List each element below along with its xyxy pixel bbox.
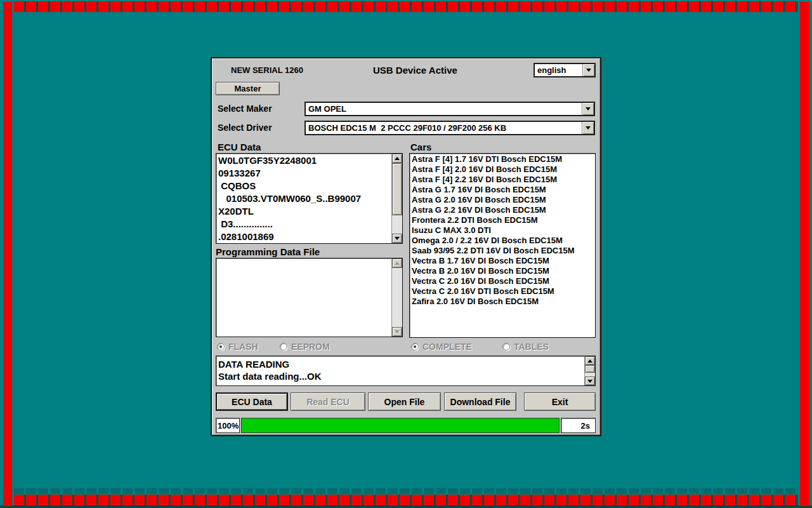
decorative-border-left	[3, 2, 12, 506]
radio-flash-label: FLASH	[228, 342, 258, 352]
ecu-data-label: ECU Data	[218, 142, 261, 152]
scroll-up-button[interactable]	[392, 154, 402, 163]
decorative-bottom-edge	[0, 505, 812, 508]
scroll-down-button[interactable]	[392, 234, 402, 243]
radio-button-icon	[217, 343, 225, 351]
car-list-item[interactable]: Vectra B 2.0 16V DI Bosch EDC15M	[412, 266, 595, 276]
scroll-thumb[interactable]	[392, 163, 402, 215]
car-list-item[interactable]: Saab 93/95 2.2 DTI 16V DI Bosch EDC15M	[412, 246, 595, 256]
radio-eeprom-label: EEPROM	[291, 342, 330, 352]
arrow-down-icon	[587, 380, 593, 383]
decorative-border-top	[14, 1, 798, 12]
progress-time-box: 2s	[561, 418, 596, 433]
car-list-item[interactable]: Omega 2.0 / 2.2 16V DI Bosch EDC15M	[412, 236, 595, 246]
cars-list: Astra F [4] 1.7 16V DTI Bosch EDC15MAstr…	[410, 154, 595, 337]
arrow-up-icon	[587, 359, 593, 363]
download-file-button[interactable]: Download File	[444, 392, 516, 411]
maker-select[interactable]: GM OPEL	[304, 102, 595, 116]
select-driver-label: Select Driver	[218, 123, 272, 133]
car-list-item[interactable]: Astra G 1.7 16V DI Bosch EDC15M	[412, 185, 595, 195]
car-list-item[interactable]: Vectra B 1.7 16V DI Bosch EDC15M	[412, 256, 595, 266]
scroll-down-button[interactable]	[585, 377, 595, 385]
maker-select-dropdown-button[interactable]	[582, 103, 594, 115]
language-select-value: english	[535, 65, 582, 76]
chevron-down-icon	[586, 126, 591, 130]
driver-select-dropdown-button[interactable]	[582, 122, 594, 134]
arrow-up-icon	[395, 157, 400, 160]
programming-file-scrollbar	[391, 258, 402, 337]
car-list-item[interactable]: Vectra C 2.0 16V DTI Bosch EDC15M	[412, 286, 595, 297]
ecu-data-list: W0L0TGF35Y224800109133267 CQBOS 010503.V…	[216, 154, 391, 243]
car-list-item[interactable]: Astra F [4] 2.2 16V DI Bosch EDC15M	[412, 175, 595, 185]
car-list-item[interactable]: Frontera 2.2 DTI Bosch EDC15M	[412, 215, 595, 225]
decorative-border-right	[800, 2, 809, 506]
ecu-data-line[interactable]: CQBOS	[218, 180, 391, 192]
radio-eeprom[interactable]: EEPROM	[280, 342, 330, 351]
scroll-up-button[interactable]	[585, 356, 595, 365]
decorative-border-bottom	[14, 495, 798, 505]
status-log-scrollbar[interactable]	[584, 356, 595, 385]
car-list-item[interactable]: Isuzu C MAX 3.0 DTI	[412, 225, 595, 236]
driver-select[interactable]: BOSCH EDC15 M 2 PCCC 29F010 / 29F200 256…	[304, 121, 595, 135]
ecu-flasher-window: NEW SERIAL 1260 USB Device Active englis…	[211, 57, 601, 436]
language-select[interactable]: english	[534, 63, 596, 77]
arrow-down-icon	[395, 237, 400, 240]
ecu-data-line[interactable]: 09133267	[218, 167, 391, 180]
progress-percent-box: 100%	[216, 418, 240, 433]
chevron-down-icon	[586, 69, 591, 72]
progress-fill	[242, 418, 559, 432]
maker-select-value: GM OPEL	[306, 104, 582, 114]
ecu-data-line[interactable]: 010503.VT0MW060_S..B99007	[218, 192, 391, 205]
desktop-background: NEW SERIAL 1260 USB Device Active englis…	[0, 0, 812, 508]
status-log-line: DATA READING	[217, 358, 584, 370]
ecu-data-line[interactable]: X20DTL	[218, 205, 391, 218]
programming-data-file-listbox[interactable]	[216, 258, 403, 337]
ecu-data-listbox[interactable]: W0L0TGF35Y224800109133267 CQBOS 010503.V…	[216, 153, 403, 244]
open-file-button[interactable]: Open File	[368, 392, 441, 411]
read-ecu-button[interactable]: Read ECU	[291, 392, 365, 411]
arrow-down-icon	[395, 330, 400, 333]
ecu-data-line[interactable]: D3...............	[218, 218, 391, 231]
radio-complete[interactable]: COMPLETE	[411, 342, 472, 351]
driver-select-value: BOSCH EDC15 M 2 PCCC 29F010 / 29F200 256…	[306, 123, 582, 133]
language-select-dropdown-button[interactable]	[582, 64, 594, 76]
scroll-thumb[interactable]	[585, 365, 595, 373]
master-button[interactable]: Master	[216, 82, 280, 95]
progress-bar	[241, 418, 560, 433]
radio-complete-label: COMPLETE	[422, 342, 472, 352]
arrow-up-icon	[395, 262, 400, 265]
ecu-data-scrollbar[interactable]	[391, 154, 402, 243]
cars-label: Cars	[410, 142, 431, 152]
car-list-item[interactable]: Zafira 2.0 16V DI Bosch EDC15M	[412, 297, 595, 307]
radio-button-icon	[280, 343, 287, 351]
car-list-item[interactable]: Astra G 2.0 16V DI Bosch EDC15M	[412, 195, 595, 205]
car-list-item[interactable]: Astra F [4] 1.7 16V DTI Bosch EDC15M	[412, 154, 595, 164]
select-maker-label: Select Maker	[218, 104, 272, 114]
status-log-line: Start data reading...OK	[217, 370, 584, 382]
window-title: USB Device Active	[373, 65, 457, 76]
radio-tables[interactable]: TABLES	[502, 342, 549, 351]
radio-flash[interactable]: FLASH	[217, 342, 258, 351]
programming-data-file-list	[216, 258, 391, 337]
car-list-item[interactable]: Astra F [4] 2.0 16V DI Bosch EDC15M	[412, 164, 595, 175]
radio-button-icon	[411, 343, 419, 351]
radio-tables-label: TABLES	[514, 342, 549, 352]
car-list-item[interactable]: Vectra C 2.0 16V DI Bosch EDC15M	[412, 276, 595, 286]
chevron-down-icon	[586, 107, 591, 110]
ecu-data-button[interactable]: ECU Data	[216, 392, 288, 411]
ecu-data-line[interactable]: W0L0TGF35Y2248001	[218, 154, 391, 167]
programming-data-file-label: Programming Data File	[216, 246, 320, 257]
ecu-data-line[interactable]: .0281001869	[218, 231, 391, 243]
exit-button[interactable]: Exit	[524, 392, 596, 411]
status-log-box[interactable]: DATA READINGStart data reading...OK	[216, 356, 596, 386]
serial-label: NEW SERIAL 1260	[231, 65, 303, 75]
cars-listbox[interactable]: Astra F [4] 1.7 16V DTI Bosch EDC15MAstr…	[409, 153, 596, 338]
radio-button-icon	[502, 343, 510, 351]
decorative-border-bottom-shadow	[14, 488, 798, 494]
car-list-item[interactable]: Astra G 2.2 16V DI Bosch EDC15M	[412, 205, 595, 215]
scroll-up-button	[392, 258, 402, 268]
scroll-down-button	[392, 327, 402, 337]
status-log: DATA READINGStart data reading...OK	[217, 357, 584, 385]
